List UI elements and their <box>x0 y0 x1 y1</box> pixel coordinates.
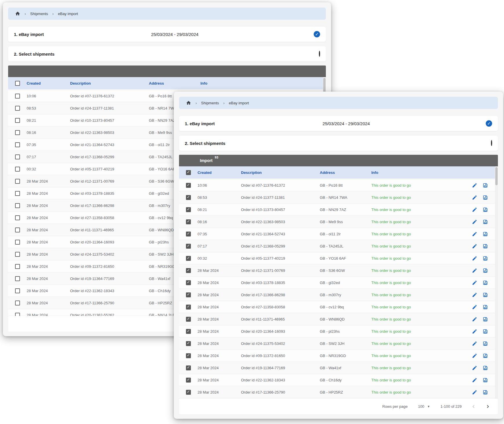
step-ebay-import[interactable]: 1. eBay import 25/03/2024 - 29/03/2024 ✓ <box>179 116 498 131</box>
save-icon[interactable] <box>483 243 488 249</box>
edit-icon[interactable] <box>472 365 477 371</box>
row-checkbox[interactable] <box>15 252 20 257</box>
row-created-cell: 28 Mar 2024 <box>198 305 241 309</box>
edit-icon[interactable] <box>472 304 477 310</box>
row-checkbox[interactable] <box>186 390 191 395</box>
save-icon[interactable] <box>483 304 488 310</box>
edit-icon[interactable] <box>472 329 477 334</box>
row-info-cell: This order is good to go <box>371 329 466 334</box>
row-checkbox[interactable] <box>186 183 191 188</box>
row-checkbox[interactable] <box>186 207 191 212</box>
row-checkbox[interactable] <box>186 353 191 358</box>
edit-icon[interactable] <box>472 231 477 237</box>
edit-icon[interactable] <box>472 207 477 212</box>
select-all-checkbox[interactable] <box>15 81 20 86</box>
next-page-button[interactable]: › <box>486 403 489 410</box>
row-checkbox[interactable] <box>15 264 20 269</box>
row-checkbox[interactable] <box>186 317 191 322</box>
row-checkbox[interactable] <box>186 341 191 346</box>
step1-complete-icon[interactable]: ✓ <box>486 120 492 127</box>
row-checkbox[interactable] <box>15 94 20 99</box>
step2-pending-icon[interactable] <box>319 51 320 57</box>
home-icon[interactable] <box>15 11 20 16</box>
row-checkbox[interactable] <box>15 228 20 232</box>
row-checkbox[interactable] <box>15 288 20 293</box>
row-checkbox[interactable] <box>15 106 20 111</box>
save-icon[interactable] <box>483 341 488 346</box>
row-checkbox[interactable] <box>186 329 191 334</box>
select-all-checkbox[interactable] <box>186 170 191 175</box>
row-checkbox[interactable] <box>186 292 191 297</box>
save-icon[interactable] <box>483 219 488 225</box>
row-checkbox[interactable] <box>15 179 20 184</box>
row-checkbox[interactable] <box>15 203 20 208</box>
edit-icon[interactable] <box>472 316 477 322</box>
save-icon[interactable] <box>483 377 488 383</box>
edit-icon[interactable] <box>472 219 477 225</box>
edit-icon[interactable] <box>472 268 477 273</box>
breadcrumb-item-shipments[interactable]: Shipments <box>30 12 48 16</box>
edit-icon[interactable] <box>472 341 477 346</box>
row-checkbox[interactable] <box>186 280 191 285</box>
edit-icon[interactable] <box>472 280 477 285</box>
row-checkbox[interactable] <box>186 219 191 224</box>
row-checkbox[interactable] <box>15 240 20 245</box>
edit-icon[interactable] <box>472 390 477 395</box>
step-select-shipments[interactable]: 2. Select shipments <box>179 136 498 151</box>
breadcrumb-item-ebay-import[interactable]: eBay import <box>58 12 78 16</box>
save-icon[interactable] <box>483 365 488 371</box>
row-address-cell: GB - NR14 7WA <box>320 195 371 200</box>
edit-icon[interactable] <box>472 377 477 383</box>
row-checkbox[interactable] <box>15 276 20 281</box>
breadcrumb-separator-icon: › <box>52 12 54 16</box>
table-scrollbar[interactable] <box>495 166 498 407</box>
breadcrumb-item-ebay-import[interactable]: eBay import <box>229 101 249 105</box>
row-checkbox[interactable] <box>15 142 20 147</box>
save-icon[interactable] <box>483 280 488 285</box>
edit-icon[interactable] <box>472 183 477 188</box>
edit-icon[interactable] <box>472 195 477 200</box>
row-checkbox[interactable] <box>15 301 20 305</box>
edit-icon[interactable] <box>472 353 477 359</box>
shipments-window-foreground[interactable]: › Shipments › eBay import 1. eBay import… <box>174 92 503 419</box>
breadcrumb-item-shipments[interactable]: Shipments <box>201 101 219 105</box>
previous-page-button[interactable]: ‹ <box>472 403 475 410</box>
row-checkbox[interactable] <box>15 167 20 172</box>
row-checkbox[interactable] <box>186 195 191 200</box>
import-button[interactable]: Import 93 <box>200 158 213 163</box>
save-icon[interactable] <box>483 231 488 237</box>
row-checkbox[interactable] <box>186 365 191 370</box>
row-checkbox[interactable] <box>186 232 191 236</box>
save-icon[interactable] <box>483 256 488 261</box>
row-checkbox[interactable] <box>15 130 20 135</box>
row-checkbox[interactable] <box>186 268 191 273</box>
row-checkbox[interactable] <box>15 215 20 220</box>
step-select-shipments[interactable]: 2. Select shipments <box>8 46 326 61</box>
save-icon[interactable] <box>483 183 488 188</box>
save-icon[interactable] <box>483 207 488 212</box>
row-checkbox[interactable] <box>15 191 20 196</box>
edit-icon[interactable] <box>472 243 477 249</box>
edit-icon[interactable] <box>472 256 477 261</box>
step-ebay-import[interactable]: 1. eBay import 25/03/2024 - 29/03/2024 ✓ <box>8 27 326 42</box>
row-checkbox[interactable] <box>186 305 191 310</box>
save-icon[interactable] <box>483 268 488 273</box>
row-info-cell: This order is good to go <box>371 195 466 200</box>
row-checkbox[interactable] <box>186 244 191 249</box>
step2-pending-icon[interactable] <box>491 141 492 146</box>
save-icon[interactable] <box>483 316 488 322</box>
save-icon[interactable] <box>483 292 488 298</box>
row-checkbox[interactable] <box>186 378 191 383</box>
save-icon[interactable] <box>483 353 488 359</box>
save-icon[interactable] <box>483 390 488 395</box>
save-icon[interactable] <box>483 329 488 334</box>
row-checkbox[interactable] <box>15 154 20 159</box>
row-checkbox[interactable] <box>15 118 20 123</box>
rows-per-page-select[interactable]: 100 ▼ <box>418 404 430 409</box>
save-icon[interactable] <box>483 195 488 200</box>
scrollbar-thumb[interactable] <box>495 167 498 185</box>
step1-complete-icon[interactable]: ✓ <box>314 31 320 37</box>
row-checkbox[interactable] <box>186 256 191 261</box>
edit-icon[interactable] <box>472 292 477 298</box>
home-icon[interactable] <box>186 100 191 105</box>
